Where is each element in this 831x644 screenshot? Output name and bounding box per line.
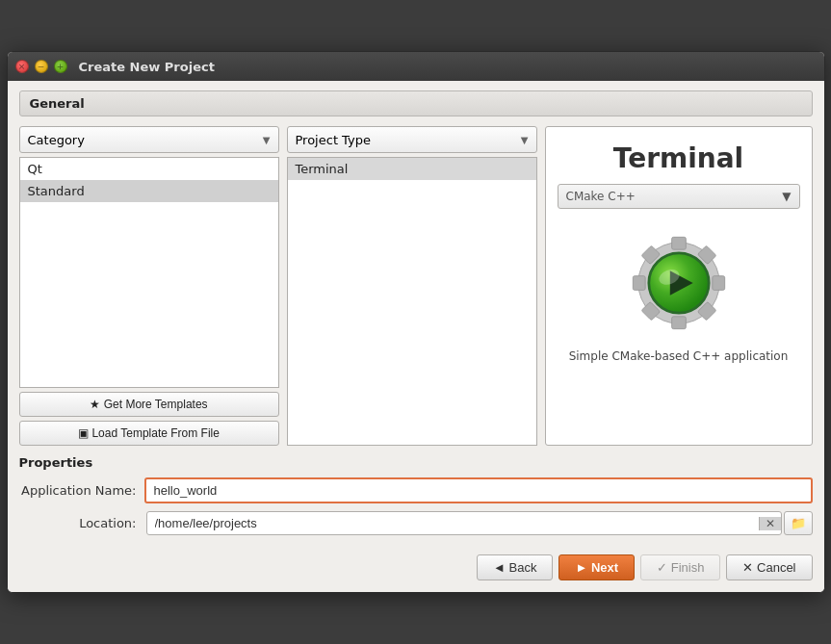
location-input[interactable] [147, 512, 759, 534]
category-dropdown-arrow: ▼ [263, 135, 271, 145]
location-browse-button[interactable]: 📁 [784, 511, 813, 535]
properties-header: Properties [19, 455, 813, 470]
general-section-header: General [19, 90, 813, 116]
back-button[interactable]: ◄ Back [477, 554, 553, 580]
next-button[interactable]: ► Next [558, 554, 635, 580]
app-name-input[interactable] [144, 477, 813, 503]
preview-title: Terminal [613, 142, 743, 174]
project-type-list[interactable]: Terminal [287, 157, 537, 446]
main-panels: Category ▼ Qt Standard ★ Get More Templa… [19, 126, 813, 446]
app-name-label: Application Name: [19, 483, 144, 498]
close-button[interactable]: × [15, 60, 29, 73]
project-type-dropdown[interactable]: Project Type ▼ [287, 126, 537, 153]
svg-rect-1 [671, 237, 686, 249]
svg-rect-4 [712, 276, 724, 291]
content-area: General Category ▼ Qt Standard [8, 81, 824, 592]
window-title: Create New Project [79, 60, 215, 74]
get-more-templates-button[interactable]: ★ Get More Templates [19, 392, 279, 417]
preview-panel: Terminal CMake C++ ▼ [545, 126, 813, 446]
svg-rect-2 [671, 317, 686, 329]
svg-rect-3 [633, 276, 645, 291]
maximize-button[interactable]: + [54, 60, 67, 73]
gear-svg [626, 230, 732, 336]
project-type-terminal[interactable]: Terminal [288, 158, 536, 180]
titlebar: × − + Create New Project [8, 52, 824, 81]
category-panel: Category ▼ Qt Standard ★ Get More Templa… [19, 126, 279, 446]
location-label: Location: [19, 516, 144, 530]
project-type-panel: Project Type ▼ Terminal [287, 126, 537, 446]
terminal-icon [626, 230, 732, 336]
location-clear-button[interactable]: ✕ [759, 517, 781, 530]
preview-description: Simple CMake-based C++ application [569, 349, 789, 363]
location-input-wrap: ✕ [146, 511, 782, 535]
main-window: × − + Create New Project General Categor… [7, 51, 825, 593]
category-item-qt[interactable]: Qt [20, 158, 278, 180]
category-dropdown[interactable]: Category ▼ [19, 126, 279, 153]
cmake-dropdown[interactable]: CMake C++ ▼ [558, 184, 800, 209]
cancel-button[interactable]: ✕ Cancel [726, 554, 812, 580]
finish-button[interactable]: ✓ Finish [640, 554, 720, 580]
properties-section: Properties Application Name: Location: ✕… [19, 455, 813, 535]
minimize-button[interactable]: − [35, 60, 48, 73]
location-row: Location: ✕ 📁 [19, 511, 813, 535]
category-list[interactable]: Qt Standard [19, 157, 279, 388]
footer-buttons: ◄ Back ► Next ✓ Finish ✕ Cancel [19, 547, 813, 580]
project-type-dropdown-arrow: ▼ [521, 135, 529, 145]
cmake-dropdown-arrow: ▼ [782, 190, 791, 203]
category-item-standard[interactable]: Standard [20, 180, 278, 202]
folder-icon: 📁 [791, 516, 806, 530]
app-name-row: Application Name: [19, 477, 813, 503]
load-template-button[interactable]: ▣ Load Template From File [19, 421, 279, 446]
